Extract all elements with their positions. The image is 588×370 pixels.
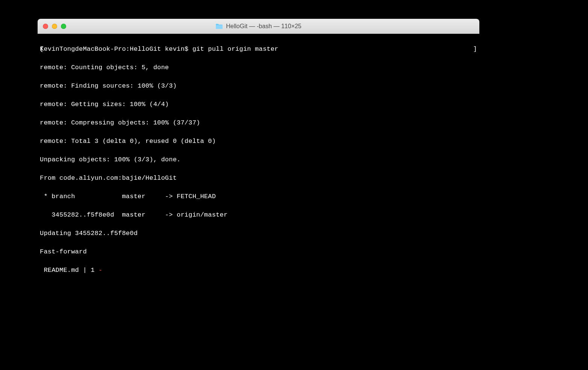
output-line: Updating 3455282..f5f8e0d <box>40 229 477 238</box>
screen: HelloGit — -bash — 110×25 [KevinTongdeMa… <box>0 0 588 370</box>
bracket-close: ] <box>473 45 477 54</box>
output-line: remote: Counting objects: 5, done <box>40 63 477 73</box>
output-line: From code.aliyun.com:bajie/HelloGit <box>40 174 477 183</box>
terminal-content[interactable]: [KevinTongdeMacBook-Pro:HelloGit kevin$ … <box>38 34 479 274</box>
output-line: remote: Total 3 (delta 0), reused 0 (del… <box>40 137 477 146</box>
output-line: * branch master -> FETCH_HEAD <box>40 192 477 202</box>
window-titlebar[interactable]: HelloGit — -bash — 110×25 <box>38 19 479 34</box>
diff-file: README.md | 1 <box>40 267 99 274</box>
diff-line: README.md | 1 - <box>40 266 477 275</box>
output-line: remote: Finding sources: 100% (3/3) <box>40 82 477 91</box>
output-line: Unpacking objects: 100% (3/3), done. <box>40 155 477 165</box>
prompt-command: KevinTongdeMacBook-Pro:HelloGit kevin$ g… <box>40 45 279 53</box>
terminal-window: HelloGit — -bash — 110×25 [KevinTongdeMa… <box>38 19 479 274</box>
prompt-line: [KevinTongdeMacBook-Pro:HelloGit kevin$ … <box>40 45 477 54</box>
minimize-icon[interactable] <box>52 24 57 29</box>
zoom-icon[interactable] <box>61 24 66 29</box>
output-line: 3455282..f5f8e0d master -> origin/master <box>40 211 477 220</box>
output-line: Fast-forward <box>40 247 477 257</box>
traffic-lights <box>38 24 66 29</box>
folder-icon <box>215 23 223 29</box>
output-line: remote: Getting sizes: 100% (4/4) <box>40 100 477 109</box>
window-title: HelloGit — -bash — 110×25 <box>38 23 479 30</box>
window-title-text: HelloGit — -bash — 110×25 <box>226 23 302 30</box>
bracket-open: [ <box>40 45 44 54</box>
output-line: remote: Compressing objects: 100% (37/37… <box>40 118 477 128</box>
diff-minus: - <box>99 267 102 274</box>
close-icon[interactable] <box>43 24 48 29</box>
